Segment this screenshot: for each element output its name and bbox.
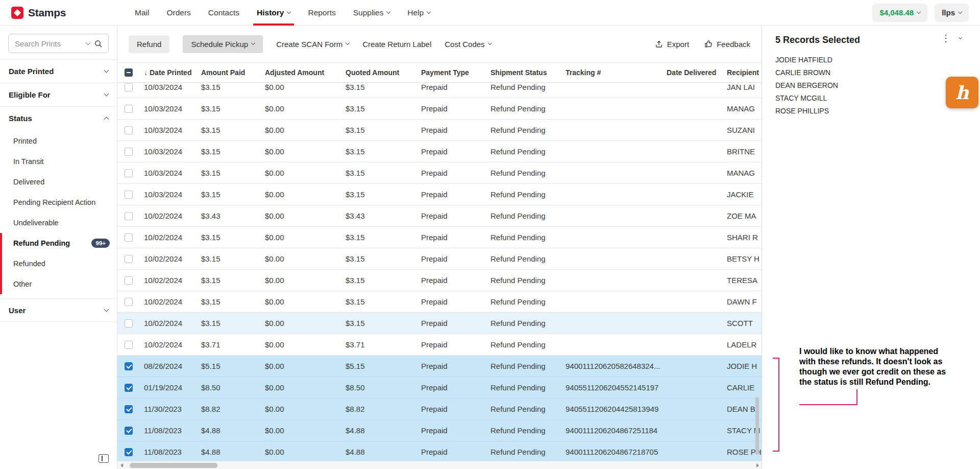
- nav-item-reports[interactable]: Reports: [299, 0, 344, 26]
- table-row[interactable]: 10/03/2024 $3.15 $0.00 $3.15 Prepaid Ref…: [117, 83, 762, 98]
- status-filter-item[interactable]: Delivered: [0, 172, 117, 192]
- refund-button[interactable]: Refund: [129, 35, 169, 53]
- search-input[interactable]: [15, 39, 82, 48]
- row-checkbox[interactable]: [125, 148, 133, 156]
- status-filter-item[interactable]: Pending Recipient Action: [0, 192, 117, 213]
- schedule-pickup-button[interactable]: Schedule Pickup: [183, 35, 263, 53]
- row-checkbox[interactable]: [125, 298, 133, 306]
- balance-button[interactable]: $4,048.48: [872, 4, 927, 22]
- table-row[interactable]: 10/02/2024 $3.15 $0.00 $3.15 Prepaid Ref…: [117, 313, 762, 334]
- collapse-sidebar-icon[interactable]: [99, 454, 109, 463]
- table-row[interactable]: 10/02/2024 $3.71 $0.00 $3.71 Prepaid Ref…: [117, 334, 762, 356]
- cell-amount-paid: $4.88: [201, 448, 265, 456]
- row-checkbox[interactable]: [125, 341, 133, 349]
- kebab-menu-icon[interactable]: ⋮: [941, 34, 950, 43]
- column-header-payment-type[interactable]: Payment Type: [421, 68, 491, 77]
- column-header-date-delivered[interactable]: Date Delivered: [667, 68, 727, 77]
- horizontal-scrollbar-thumb[interactable]: [130, 463, 217, 468]
- cost-codes-button[interactable]: Cost Codes: [445, 40, 491, 49]
- row-checkbox[interactable]: [125, 105, 133, 113]
- feedback-widget-tab[interactable]: h: [946, 77, 978, 108]
- status-filter-item[interactable]: Other: [0, 274, 117, 294]
- create-scan-form-button[interactable]: Create SCAN Form: [276, 40, 349, 49]
- row-checkbox[interactable]: [125, 384, 133, 392]
- export-button[interactable]: Export: [655, 40, 689, 49]
- table-row[interactable]: 10/03/2024 $3.15 $0.00 $3.15 Prepaid Ref…: [117, 98, 762, 120]
- column-header-tracking[interactable]: Tracking #: [566, 68, 667, 77]
- cell-payment-type: Prepaid: [421, 340, 491, 349]
- column-header-quoted-amount[interactable]: Quoted Amount: [346, 68, 421, 77]
- nav-item-mail[interactable]: Mail: [126, 0, 158, 26]
- nav-item-help[interactable]: Help: [399, 0, 439, 26]
- filter-section-status[interactable]: Status: [0, 106, 117, 130]
- table-row[interactable]: 10/03/2024 $3.15 $0.00 $3.15 Prepaid Ref…: [117, 184, 762, 205]
- filter-section-user[interactable]: User: [0, 298, 117, 322]
- column-header-recipient[interactable]: Recipient: [727, 68, 762, 77]
- feedback-button[interactable]: Feedback: [704, 40, 750, 49]
- table-row[interactable]: 10/02/2024 $3.15 $0.00 $3.15 Prepaid Ref…: [117, 291, 762, 313]
- table-body: 10/03/2024 $3.15 $0.00 $3.15 Prepaid Ref…: [117, 83, 762, 461]
- chevron-down-icon[interactable]: [959, 35, 962, 39]
- filter-section-eligible-for[interactable]: Eligible For: [0, 83, 117, 106]
- status-filter-item[interactable]: Refunded: [0, 253, 117, 274]
- status-filter-item[interactable]: In Transit: [0, 151, 117, 172]
- column-header-date-printed[interactable]: ↓Date Printed: [144, 68, 201, 77]
- row-checkbox[interactable]: [125, 255, 133, 263]
- scroll-right-arrow[interactable]: [753, 461, 762, 469]
- status-filter-item[interactable]: Undeliverable: [0, 213, 117, 233]
- row-checkbox[interactable]: [125, 212, 133, 220]
- nav-item-history[interactable]: History: [248, 0, 299, 26]
- row-checkbox[interactable]: [125, 427, 133, 435]
- cell-quoted-amount: $3.15: [346, 147, 421, 156]
- table-row[interactable]: 11/08/2023 $4.88 $0.00 $4.88 Prepaid Ref…: [117, 420, 762, 441]
- brand-logo[interactable]: Stamps: [11, 7, 66, 19]
- row-checkbox[interactable]: [125, 276, 133, 285]
- table-row[interactable]: 10/02/2024 $3.43 $0.00 $3.43 Prepaid Ref…: [117, 205, 762, 227]
- cell-payment-type: Prepaid: [421, 405, 491, 413]
- nav-item-supplies[interactable]: Supplies: [345, 0, 399, 26]
- account-menu-button[interactable]: llps: [935, 4, 969, 22]
- table-row[interactable]: 10/02/2024 $3.15 $0.00 $3.15 Prepaid Ref…: [117, 270, 762, 291]
- table-row[interactable]: 10/02/2024 $3.15 $0.00 $3.15 Prepaid Ref…: [117, 227, 762, 248]
- cell-quoted-amount: $3.15: [346, 126, 421, 134]
- table-row[interactable]: 01/19/2024 $8.50 $0.00 $8.50 Prepaid Ref…: [117, 377, 762, 398]
- column-header-adjusted-amount[interactable]: Adjusted Amount: [265, 68, 346, 77]
- nav-item-orders[interactable]: Orders: [158, 0, 199, 26]
- row-checkbox[interactable]: [125, 362, 133, 370]
- select-all-checkbox[interactable]: [125, 68, 133, 77]
- row-checkbox[interactable]: [125, 83, 133, 91]
- search-icon[interactable]: [94, 40, 102, 48]
- table-row[interactable]: 10/03/2024 $3.15 $0.00 $3.15 Prepaid Ref…: [117, 141, 762, 162]
- cell-payment-type: Prepaid: [421, 104, 491, 113]
- row-checkbox[interactable]: [125, 233, 133, 242]
- table-row[interactable]: 11/30/2023 $8.82 $0.00 $8.82 Prepaid Ref…: [117, 398, 762, 420]
- status-filter-item[interactable]: Refund Pending 99+: [0, 233, 117, 253]
- chevron-down-icon[interactable]: [86, 40, 91, 45]
- cell-payment-type: Prepaid: [421, 147, 491, 156]
- table-row[interactable]: 08/26/2024 $5.15 $0.00 $5.15 Prepaid Ref…: [117, 356, 762, 377]
- cell-amount-paid: $3.15: [201, 190, 265, 199]
- cell-recipient: CARLIE: [727, 383, 762, 392]
- column-header-shipment-status[interactable]: Shipment Status: [491, 68, 566, 77]
- nav-item-contacts[interactable]: Contacts: [200, 0, 248, 26]
- row-checkbox[interactable]: [125, 405, 133, 413]
- vertical-scrollbar-thumb[interactable]: [755, 397, 759, 455]
- cell-payment-type: Prepaid: [421, 233, 491, 242]
- row-checkbox[interactable]: [125, 126, 133, 134]
- create-return-label-button[interactable]: Create Return Label: [362, 40, 431, 49]
- row-checkbox[interactable]: [125, 169, 133, 177]
- cell-amount-paid: $5.15: [201, 362, 265, 370]
- scroll-left-arrow[interactable]: [117, 461, 126, 469]
- filter-section-date-printed[interactable]: Date Printed: [0, 59, 117, 83]
- column-header-amount-paid[interactable]: Amount Paid: [201, 68, 265, 77]
- row-checkbox[interactable]: [125, 448, 133, 456]
- row-checkbox[interactable]: [125, 191, 133, 199]
- horizontal-scrollbar-track[interactable]: [126, 461, 753, 469]
- table-row[interactable]: 11/08/2023 $4.88 $0.00 $4.88 Prepaid Ref…: [117, 441, 762, 461]
- status-filter-item[interactable]: Printed: [0, 131, 117, 151]
- table-row[interactable]: 10/03/2024 $3.15 $0.00 $3.15 Prepaid Ref…: [117, 120, 762, 141]
- cell-date-printed: 10/02/2024: [144, 254, 201, 263]
- table-row[interactable]: 10/02/2024 $3.15 $0.00 $3.15 Prepaid Ref…: [117, 248, 762, 270]
- table-row[interactable]: 10/03/2024 $3.15 $0.00 $3.15 Prepaid Ref…: [117, 162, 762, 184]
- row-checkbox[interactable]: [125, 319, 133, 327]
